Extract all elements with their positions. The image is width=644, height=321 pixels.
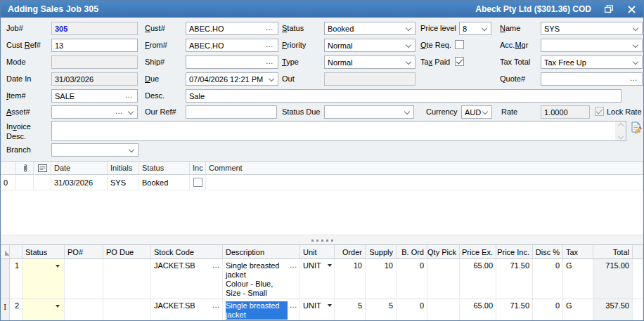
status-grid-header-date[interactable]: Date	[51, 162, 108, 175]
tax-total-combo[interactable]: Tax Free Up	[541, 55, 643, 69]
line-unit-cell[interactable]: UNIT	[300, 259, 335, 299]
status-grid-header-initials[interactable]: Initials	[108, 162, 139, 175]
scroll-up-icon[interactable]	[617, 123, 623, 129]
invoice-desc-scrollbar[interactable]	[615, 122, 626, 140]
lines-header-stock[interactable]: Stock Code	[151, 245, 223, 259]
desc-field[interactable]: Sale	[186, 89, 622, 103]
line-stock-cell[interactable]: JACKET.SB	[151, 259, 223, 299]
lines-header-po-due[interactable]: PO Due	[103, 245, 151, 259]
lines-header-status[interactable]: Status	[22, 245, 65, 259]
lines-header-qty-pick[interactable]: Qty Pick	[427, 245, 460, 259]
our-ref-field[interactable]	[186, 105, 277, 119]
paperclip-icon[interactable]	[16, 162, 34, 175]
lines-header-b-ord[interactable]: B. Ord	[397, 245, 427, 259]
qte-req-checkbox[interactable]	[455, 40, 464, 49]
priority-combo[interactable]: Normal	[324, 39, 416, 52]
status-row-number[interactable]: 0	[1, 175, 16, 190]
row-indicator-cell[interactable]	[1, 259, 10, 299]
due-combo[interactable]: 07/04/2026 12:21 PM	[186, 72, 278, 86]
line-order-cell[interactable]: 10	[335, 259, 366, 299]
cust-ref-field[interactable]: 13	[51, 39, 138, 52]
line-po-due-cell[interactable]	[103, 259, 151, 299]
price-level-combo[interactable]: 8	[459, 22, 491, 35]
lines-grid-corner[interactable]	[1, 245, 10, 259]
lock-rate-checkbox[interactable]	[595, 107, 604, 116]
status-combo[interactable]: Booked	[324, 22, 416, 35]
invoice-desc-textarea[interactable]	[51, 121, 626, 141]
edit-note-icon[interactable]	[631, 122, 642, 135]
line-supply-cell[interactable]: 5	[366, 299, 397, 321]
lines-header-order[interactable]: Order	[335, 245, 366, 259]
line-supply-cell[interactable]: 10	[366, 259, 397, 299]
lines-header-unit[interactable]: Unit	[300, 245, 335, 259]
status-row-comment[interactable]	[206, 175, 643, 190]
line-qty-pick-cell[interactable]	[427, 259, 460, 299]
stock-lookup-button[interactable]	[212, 261, 220, 269]
line-b-ord-cell[interactable]: 0	[397, 259, 427, 299]
memo-icon[interactable]	[34, 162, 51, 175]
line-b-ord-cell[interactable]: 0	[397, 299, 427, 321]
from-field[interactable]: ABEC.HO	[186, 39, 278, 52]
line-desc-cell[interactable]: Single breasted jacket Colour - Blue, Si…	[223, 259, 300, 299]
cust-field[interactable]: ABEC.HO	[186, 22, 278, 35]
lines-header-disc[interactable]: Disc %	[533, 245, 563, 259]
status-grid-header-status[interactable]: Status	[139, 162, 190, 175]
status-row-memo-cell[interactable]	[34, 175, 51, 190]
line-stock-cell[interactable]: JACKET.SB	[151, 299, 223, 321]
row-number-cell[interactable]: 2	[10, 299, 22, 321]
scroll-down-icon[interactable]	[617, 133, 623, 139]
status-grid-header-inc[interactable]: Inc	[190, 162, 206, 175]
acc-mgr-combo[interactable]	[541, 39, 643, 52]
line-disc-cell[interactable]: 0	[533, 259, 563, 299]
line-po-cell[interactable]	[65, 299, 103, 321]
line-disc-cell[interactable]: 0	[533, 299, 563, 321]
job-field[interactable]: 305	[51, 22, 138, 35]
row-number-cell[interactable]: 1	[10, 259, 22, 299]
status-row-attachment-cell[interactable]	[16, 175, 34, 190]
lines-header-po[interactable]: PO#	[65, 245, 103, 259]
line-order-cell[interactable]: 5	[335, 299, 366, 321]
status-grid-header-comment[interactable]: Comment	[206, 162, 643, 175]
line-price-ex-cell[interactable]: 65.00	[460, 299, 496, 321]
item-field[interactable]: SALE	[51, 89, 138, 103]
name-combo[interactable]: SYS	[541, 22, 643, 35]
close-icon[interactable]	[626, 4, 636, 14]
lines-header-desc[interactable]: Description	[223, 245, 300, 259]
ship-lookup-button[interactable]	[266, 57, 274, 65]
line-price-inc-cell[interactable]: 71.50	[496, 299, 533, 321]
cust-lookup-button[interactable]	[266, 23, 274, 32]
asset-combo[interactable]	[51, 105, 138, 119]
quote-lookup-button[interactable]	[630, 74, 638, 82]
row-indicator-cell[interactable]: I	[1, 299, 10, 321]
line-tax-cell[interactable]: G	[563, 299, 593, 321]
item-lookup-button[interactable]	[125, 91, 134, 99]
line-po-due-cell[interactable]	[103, 299, 151, 321]
restore-icon[interactable]	[604, 4, 614, 14]
status-due-combo[interactable]	[324, 105, 414, 119]
line-po-cell[interactable]	[65, 259, 103, 299]
line-qty-pick-cell[interactable]	[427, 299, 460, 321]
inc-checkbox[interactable]	[193, 178, 202, 187]
lines-header-supply[interactable]: Supply	[366, 245, 397, 259]
status-row-date[interactable]: 31/03/2026	[51, 175, 108, 190]
lines-header-total[interactable]: Total	[593, 245, 633, 259]
line-status-cell[interactable]	[22, 299, 65, 321]
line-status-cell[interactable]	[22, 259, 65, 299]
currency-combo[interactable]: AUD	[461, 105, 492, 119]
tax-paid-checkbox[interactable]	[455, 57, 464, 66]
ship-field[interactable]	[186, 55, 278, 69]
status-row-status[interactable]: Booked	[139, 175, 190, 190]
type-combo[interactable]: Normal	[324, 55, 416, 69]
lines-header-price-inc[interactable]: Price Inc.	[496, 245, 533, 259]
desc-expand-button[interactable]	[290, 301, 297, 310]
desc-expand-button[interactable]	[290, 261, 297, 270]
line-desc-cell[interactable]: Single breasted jacket	[223, 299, 300, 321]
stock-lookup-button[interactable]	[212, 301, 220, 309]
lines-header-tax[interactable]: Tax	[563, 245, 593, 259]
lines-header-price-ex[interactable]: Price Ex.	[460, 245, 496, 259]
line-unit-cell[interactable]: UNIT	[300, 299, 335, 321]
from-lookup-button[interactable]	[266, 40, 274, 48]
line-price-ex-cell[interactable]: 65.00	[460, 259, 496, 299]
quote-field[interactable]	[541, 72, 643, 86]
line-tax-cell[interactable]: G	[563, 259, 593, 299]
